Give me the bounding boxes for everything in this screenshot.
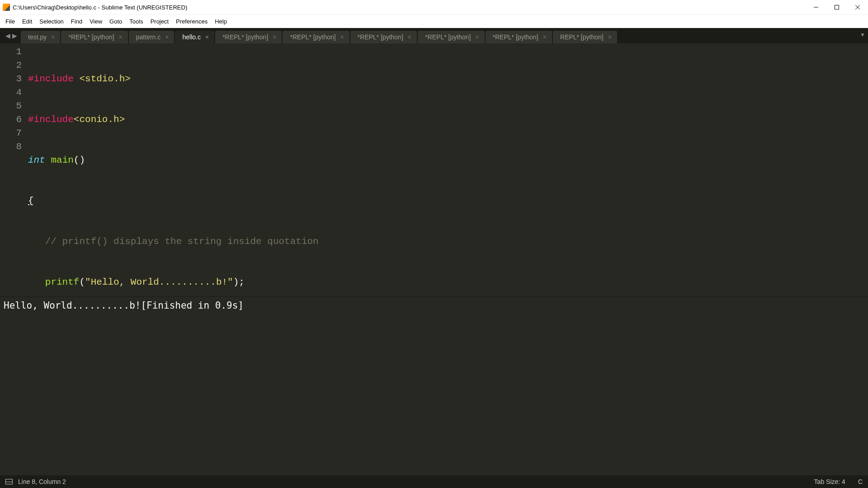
menubar: File Edit Selection Find View Goto Tools… [0,14,868,28]
status-syntax[interactable]: C [858,478,863,485]
tab-history-forward-icon[interactable]: ▶ [11,32,18,39]
svg-rect-1 [835,5,839,9]
status-cursor[interactable]: Line 8, Column 2 [18,478,66,485]
window-title: C:\Users\Chirag\Desktop\hello.c - Sublim… [13,4,187,11]
tab-test-py[interactable]: test.py × [21,31,60,43]
close-icon[interactable]: × [543,34,547,40]
tab-label: *REPL* [python] [290,33,335,41]
tab-label: hello.c [182,33,200,41]
close-icon[interactable]: × [340,34,344,40]
tab-label: *REPL* [python] [358,33,403,41]
minimap[interactable] [854,43,868,296]
tab-repl-1[interactable]: *REPL* [python] × [61,31,127,43]
line-number: 4 [0,86,22,99]
line-number: 3 [0,72,22,86]
code-line: printf("Hello, World..........b!"); [28,276,854,289]
code-line: // printf() displays the string inside q… [28,235,854,249]
close-icon[interactable]: × [119,34,123,40]
window-controls [806,0,868,14]
minimize-button[interactable] [806,0,826,14]
tab-label: *REPL* [python] [425,33,471,41]
tab-repl-5[interactable]: *REPL* [python] × [418,31,484,43]
close-icon[interactable]: × [273,34,276,40]
tab-label: REPL* [python] [560,33,604,41]
close-icon[interactable]: × [51,34,55,40]
tab-repl-4[interactable]: *REPL* [python] × [350,31,417,43]
menu-find[interactable]: Find [67,16,86,27]
tab-hello-c[interactable]: hello.c × [175,31,214,43]
menu-tools[interactable]: Tools [126,16,146,27]
menu-file[interactable]: File [2,16,19,27]
panel-switcher-icon[interactable] [5,479,13,484]
build-output-text: Hello, World..........b![Finished in 0.9… [4,300,244,311]
menu-preferences[interactable]: Preferences [172,16,211,27]
close-icon[interactable]: × [205,34,209,40]
code-line: #include <stdio.h> [28,72,854,86]
app-icon [3,4,10,11]
tab-label: *REPL* [python] [493,33,538,41]
statusbar: Line 8, Column 2 Tab Size: 4 C [0,475,868,488]
close-button[interactable] [847,0,868,14]
close-icon[interactable]: × [475,34,479,40]
tab-label: *REPL* [python] [222,33,268,41]
code-area[interactable]: #include <stdio.h> #include<conio.h> int… [28,43,854,296]
line-number: 2 [0,59,22,72]
line-number: 7 [0,127,22,140]
tab-repl-6[interactable]: *REPL* [python] × [486,31,552,43]
tab-repl-7[interactable]: REPL* [python] × [553,31,617,43]
close-icon[interactable]: × [165,34,169,40]
line-number: 5 [0,99,22,113]
tab-label: pattern.c [136,33,160,41]
editor[interactable]: 1 2 3 4 5 6 7 8 #include <stdio.h> #incl… [0,43,868,296]
tab-label: test.py [28,33,47,41]
code-line: { [28,194,854,208]
code-line: #include<conio.h> [28,113,854,127]
tab-label: *REPL* [python] [68,33,114,41]
tab-overflow-icon[interactable]: ▼ [860,32,865,38]
menu-project[interactable]: Project [147,16,172,27]
line-number: 1 [0,45,22,59]
tab-history-back-icon[interactable]: ◀ [5,32,11,39]
build-output-panel[interactable]: Hello, World..........b![Finished in 0.9… [0,296,868,475]
gutter: 1 2 3 4 5 6 7 8 [0,43,28,296]
tab-repl-3[interactable]: *REPL* [python] × [283,31,349,43]
status-tab-size[interactable]: Tab Size: 4 [814,478,845,485]
menu-edit[interactable]: Edit [19,16,36,27]
tab-repl-2[interactable]: *REPL* [python] × [215,31,282,43]
code-line: int main() [28,154,854,167]
maximize-button[interactable] [826,0,847,14]
menu-view[interactable]: View [86,16,106,27]
close-icon[interactable]: × [608,34,612,40]
tab-history: ◀ ▶ [2,28,21,43]
close-icon[interactable]: × [408,34,411,40]
window-titlebar: C:\Users\Chirag\Desktop\hello.c - Sublim… [0,0,868,14]
menu-selection[interactable]: Selection [36,16,67,27]
menu-goto[interactable]: Goto [106,16,126,27]
tab-pattern-c[interactable]: pattern.c × [129,31,175,43]
menu-help[interactable]: Help [211,16,231,27]
line-number: 8 [0,140,22,154]
line-number: 6 [0,113,22,127]
tabbar: ◀ ▶ test.py × *REPL* [python] × pattern.… [0,28,868,43]
